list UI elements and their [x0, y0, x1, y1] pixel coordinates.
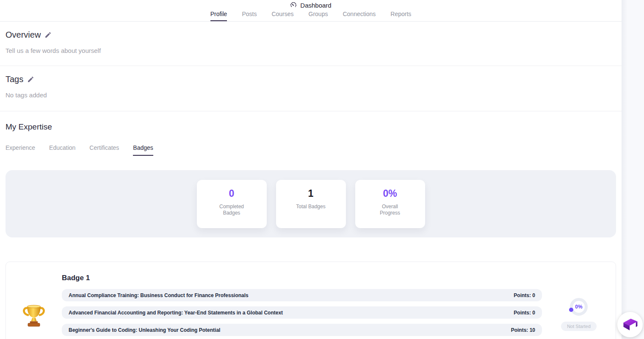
tab-education[interactable]: Education	[49, 144, 75, 156]
overview-section: Overview Tell us a few words about yours…	[0, 22, 622, 66]
stat-overall-progress: 0% Overall Progress	[355, 180, 425, 228]
tab-badges[interactable]: Badges	[133, 144, 153, 156]
tags-empty-text: No tags added	[6, 91, 616, 99]
tags-section: Tags No tags added	[0, 66, 622, 111]
page-title: Dashboard	[300, 2, 331, 9]
completed-badges-value: 0	[197, 188, 267, 199]
course-points: Points: 0	[514, 310, 535, 316]
course-title: Beginner's Guide to Coding: Unleashing Y…	[69, 327, 220, 333]
page-gutter	[622, 0, 644, 339]
trophy-column	[6, 262, 62, 339]
course-title: Advanced Financial Accounting and Report…	[69, 310, 283, 316]
tab-experience[interactable]: Experience	[6, 144, 35, 156]
expertise-section: My Expertise Experience Education Certif…	[0, 122, 622, 339]
expertise-tabs: Experience Education Certificates Badges	[6, 144, 616, 156]
badges-stats-panel: 0 Completed Badges 1 Total Badges 0% Ove…	[6, 170, 616, 237]
edit-tags-icon[interactable]	[27, 76, 34, 83]
overview-placeholder: Tell us a few words about yourself	[6, 47, 616, 54]
tab-courses[interactable]: Courses	[271, 11, 293, 21]
total-badges-label: Total Badges	[294, 204, 328, 210]
total-badges-value: 1	[276, 188, 346, 199]
graduation-cap-icon	[621, 314, 639, 335]
overall-progress-value: 0%	[355, 188, 425, 199]
progress-ring: 0%	[570, 298, 588, 316]
tab-profile[interactable]: Profile	[210, 11, 227, 21]
badge-progress-column: 0% Not Started	[542, 262, 616, 339]
trophy-icon	[22, 303, 46, 331]
status-badge: Not Started	[561, 322, 597, 331]
tab-connections[interactable]: Connections	[343, 11, 376, 21]
completed-badges-label: Completed Badges	[215, 204, 249, 216]
main-nav: Profile Posts Courses Groups Connections…	[0, 9, 622, 21]
course-row[interactable]: Beginner's Guide to Coding: Unleashing Y…	[62, 324, 542, 336]
tab-certificates[interactable]: Certificates	[89, 144, 119, 156]
stat-completed-badges: 0 Completed Badges	[197, 180, 267, 228]
tab-reports[interactable]: Reports	[390, 11, 411, 21]
edit-overview-icon[interactable]	[44, 31, 52, 39]
tab-groups[interactable]: Groups	[309, 11, 328, 21]
course-list: Annual Compliance Training: Business Con…	[62, 289, 542, 339]
progress-ring-dot	[569, 308, 573, 312]
course-title: Annual Compliance Training: Business Con…	[69, 292, 249, 298]
page-header: Dashboard Profile Posts Courses Groups C…	[0, 0, 622, 22]
gauge-icon	[290, 2, 297, 8]
badge-content: Badge 1 Annual Compliance Training: Busi…	[62, 262, 542, 339]
badge-card: Badge 1 Annual Compliance Training: Busi…	[6, 262, 616, 339]
course-row[interactable]: Annual Compliance Training: Business Con…	[62, 289, 542, 301]
tags-title: Tags	[6, 74, 23, 84]
expertise-title: My Expertise	[6, 122, 616, 132]
course-points: Points: 0	[514, 292, 535, 298]
overall-progress-label: Overall Progress	[373, 204, 407, 216]
app-logo-button[interactable]	[617, 312, 643, 337]
dashboard-title-row: Dashboard	[0, 0, 622, 9]
overview-title: Overview	[6, 30, 41, 40]
profile-page: Dashboard Profile Posts Courses Groups C…	[0, 0, 622, 339]
badge-title: Badge 1	[62, 274, 542, 282]
stat-total-badges: 1 Total Badges	[276, 180, 346, 228]
course-row[interactable]: Advanced Financial Accounting and Report…	[62, 306, 542, 319]
tab-posts[interactable]: Posts	[242, 11, 257, 21]
progress-percent: 0%	[575, 304, 582, 310]
course-points: Points: 10	[511, 327, 535, 333]
